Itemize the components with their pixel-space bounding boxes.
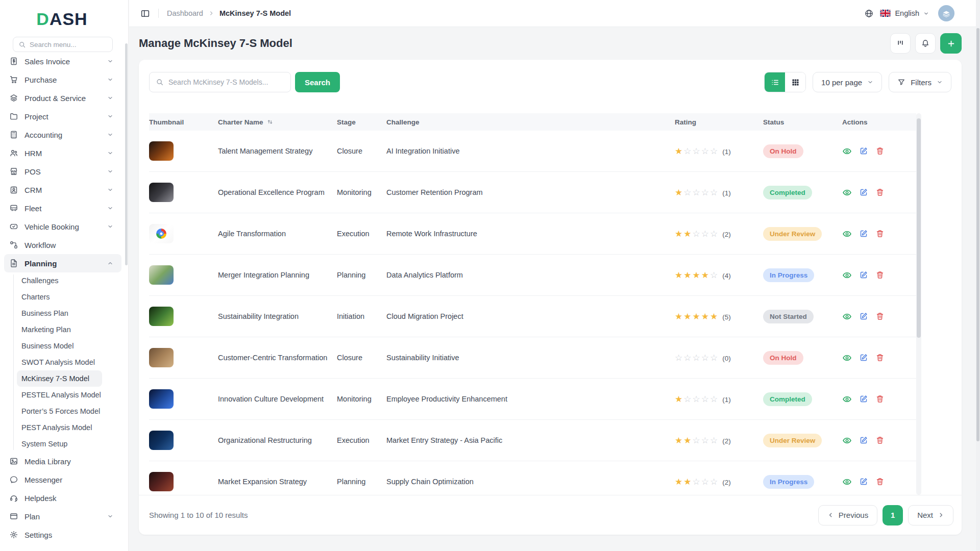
sidebar-item-settings[interactable]: Settings bbox=[4, 525, 121, 544]
view-button[interactable] bbox=[842, 436, 852, 445]
sidebar-subitem-business-model[interactable]: Business Model bbox=[17, 338, 102, 354]
sidebar-subitem-porter-s-5-forces-model[interactable]: Porter’s 5 Forces Model bbox=[17, 403, 102, 419]
column-charter-name[interactable]: Charter Name bbox=[218, 118, 337, 126]
add-button[interactable] bbox=[940, 33, 962, 54]
sidebar-item-plan[interactable]: Plan bbox=[4, 507, 121, 525]
sidebar-subitem-pestel-analysis-model[interactable]: PESTEL Analysis Model bbox=[17, 387, 102, 403]
view-button[interactable] bbox=[842, 394, 852, 404]
chevron-down-icon bbox=[107, 132, 113, 138]
per-page-select[interactable]: 10 per page bbox=[813, 72, 882, 92]
cell-challenge: Remote Work Infrastructure bbox=[386, 230, 675, 238]
table-scrollbar[interactable] bbox=[916, 113, 921, 495]
row-thumbnail bbox=[149, 389, 174, 409]
filters-button[interactable]: Filters bbox=[889, 72, 951, 92]
delete-button[interactable] bbox=[875, 353, 885, 362]
sidebar-item-hrm[interactable]: HRM bbox=[4, 144, 121, 162]
sidebar-item-media-library[interactable]: Media Library bbox=[4, 452, 121, 470]
view-button[interactable] bbox=[842, 229, 852, 239]
next-page-button[interactable]: Next bbox=[908, 505, 953, 525]
breadcrumb-dashboard[interactable]: Dashboard bbox=[167, 9, 203, 17]
delete-button[interactable] bbox=[875, 394, 885, 404]
grid-view-button[interactable] bbox=[785, 72, 805, 92]
list-view-button[interactable] bbox=[765, 72, 785, 92]
search-button[interactable]: Search bbox=[295, 72, 340, 92]
page-scrollbar[interactable] bbox=[976, 0, 980, 551]
cell-challenge: Employee Productivity Enhancement bbox=[386, 395, 675, 403]
edit-button[interactable] bbox=[859, 312, 868, 321]
delete-button[interactable] bbox=[875, 436, 885, 445]
cell-actions bbox=[842, 229, 916, 239]
sidebar-item-pos[interactable]: POS bbox=[4, 162, 121, 181]
sidebar-scrollbar[interactable] bbox=[125, 43, 128, 265]
sidebar-search-input[interactable] bbox=[30, 41, 107, 48]
chevron-down-icon bbox=[107, 77, 113, 83]
bus-icon bbox=[9, 204, 18, 213]
sidebar-subitem-system-setup[interactable]: System Setup bbox=[17, 436, 102, 452]
avatar[interactable] bbox=[938, 5, 954, 21]
view-button[interactable] bbox=[842, 270, 852, 280]
star-rating: ★☆☆☆☆ bbox=[675, 146, 719, 156]
sidebar-subitem-business-plan[interactable]: Business Plan bbox=[17, 305, 102, 321]
sidebar-item-product-service[interactable]: Product & Service bbox=[4, 89, 121, 107]
sidebar-toggle-icon[interactable] bbox=[140, 9, 150, 18]
delete-button[interactable] bbox=[875, 229, 885, 238]
edit-button[interactable] bbox=[859, 394, 868, 404]
sidebar-item-vehicle-booking[interactable]: Vehicle Booking bbox=[4, 217, 121, 236]
sidebar-subitem-charters[interactable]: Charters bbox=[17, 289, 102, 305]
edit-button[interactable] bbox=[859, 270, 868, 280]
rating-count: (4) bbox=[722, 272, 731, 280]
sidebar-item-workflow[interactable]: Workflow bbox=[4, 236, 121, 254]
sidebar-subitem-challenges[interactable]: Challenges bbox=[17, 272, 102, 289]
edit-button[interactable] bbox=[859, 436, 868, 445]
sort-icon[interactable] bbox=[266, 118, 274, 126]
edit-button[interactable] bbox=[859, 353, 868, 362]
sidebar-subitem-swot-analysis-model[interactable]: SWOT Analysis Model bbox=[17, 354, 102, 370]
gear-icon bbox=[9, 530, 18, 539]
table-row: Customer-Centric Transformation Closure … bbox=[149, 337, 916, 379]
globe-icon[interactable] bbox=[864, 9, 874, 18]
colorful-logo bbox=[156, 229, 166, 239]
sidebar-subitem-mckinsey-7-s-model[interactable]: McKinsey 7-S Model bbox=[17, 370, 102, 387]
edit-button[interactable] bbox=[859, 477, 868, 486]
table-body: Talent Management Strategy Closure AI In… bbox=[149, 131, 916, 495]
page-number-button[interactable]: 1 bbox=[883, 505, 903, 525]
sidebar-item-project[interactable]: Project bbox=[4, 107, 121, 126]
delete-button[interactable] bbox=[875, 270, 885, 280]
delete-button[interactable] bbox=[875, 188, 885, 197]
edit-button[interactable] bbox=[859, 229, 868, 238]
sidebar-item-sales-invoice[interactable]: Sales Invoice bbox=[4, 52, 121, 70]
sidebar-item-purchase[interactable]: Purchase bbox=[4, 70, 121, 89]
view-button[interactable] bbox=[842, 312, 852, 321]
table-search-input[interactable] bbox=[168, 78, 284, 86]
language-selector[interactable]: English bbox=[880, 9, 929, 17]
notifications-button[interactable] bbox=[915, 33, 936, 54]
sidebar-subitem-marketing-plan[interactable]: Marketing Plan bbox=[17, 321, 102, 338]
edit-button[interactable] bbox=[859, 188, 868, 197]
view-button[interactable] bbox=[842, 146, 852, 156]
rating-count: (1) bbox=[722, 396, 731, 404]
chevron-right-icon bbox=[208, 10, 214, 16]
view-button[interactable] bbox=[842, 353, 852, 363]
delete-button[interactable] bbox=[875, 312, 885, 321]
view-toggle bbox=[764, 72, 806, 92]
sidebar-subitem-pest-analysis-model[interactable]: PEST Analysis Model bbox=[17, 419, 102, 436]
uk-flag-icon bbox=[880, 10, 891, 17]
view-button[interactable] bbox=[842, 188, 852, 197]
previous-page-button[interactable]: Previous bbox=[818, 505, 877, 525]
image-icon bbox=[9, 457, 18, 466]
sidebar-item-accounting[interactable]: Accounting bbox=[4, 126, 121, 144]
edit-button[interactable] bbox=[859, 146, 868, 156]
sidebar-item-fleet[interactable]: Fleet bbox=[4, 199, 121, 217]
delete-button[interactable] bbox=[875, 146, 885, 156]
sidebar-item-crm[interactable]: CRM bbox=[4, 181, 121, 199]
delete-button[interactable] bbox=[875, 477, 885, 486]
sidebar-item-planning[interactable]: Planning bbox=[4, 254, 121, 272]
cell-rating: ★☆☆☆☆(1) bbox=[675, 146, 763, 157]
view-button[interactable] bbox=[842, 477, 852, 487]
chevron-down-icon bbox=[107, 95, 113, 101]
kanban-view-button[interactable] bbox=[890, 33, 911, 54]
sidebar-item-messenger[interactable]: Messenger bbox=[4, 470, 121, 489]
planning-submenu: ChallengesChartersBusiness PlanMarketing… bbox=[0, 272, 126, 452]
column-rating: Rating bbox=[675, 118, 763, 126]
sidebar-item-helpdesk[interactable]: Helpdesk bbox=[4, 489, 121, 507]
